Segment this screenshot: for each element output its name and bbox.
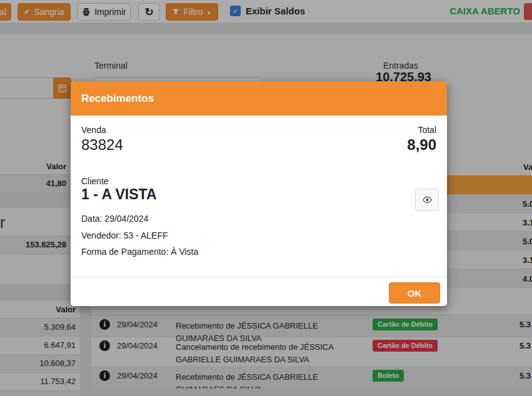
- cliente-value: 1 - A VISTA: [81, 186, 157, 203]
- recebimentos-modal: Recebimentos Venda Total 83824 8,90 Clie…: [71, 81, 447, 306]
- modal-forma-pagamento-line: Forma de Pagamento: À Vista: [81, 247, 198, 257]
- ok-button-label: OK: [408, 288, 422, 299]
- eye-icon: [422, 196, 433, 204]
- modal-footer-divider: [71, 277, 447, 277]
- modal-header: Recebimentos: [71, 81, 447, 116]
- modal-title: Recebimentos: [81, 92, 154, 105]
- total-value: 8,90: [407, 136, 436, 154]
- modal-data-line: Data: 29/04/2024: [81, 214, 148, 224]
- venda-value: 83824: [81, 136, 123, 154]
- cliente-label: Cliente: [81, 176, 109, 186]
- ok-button[interactable]: OK: [389, 282, 440, 304]
- venda-label: Venda: [81, 125, 106, 135]
- modal-vendedor-line: Vendedor: 53 - ALEFF: [81, 230, 168, 240]
- view-client-button[interactable]: [415, 189, 439, 211]
- total-label: Total: [418, 125, 436, 135]
- caixa-page: al ✔ Sangria Imprimir ↻ Filtro ▲: [0, 0, 532, 396]
